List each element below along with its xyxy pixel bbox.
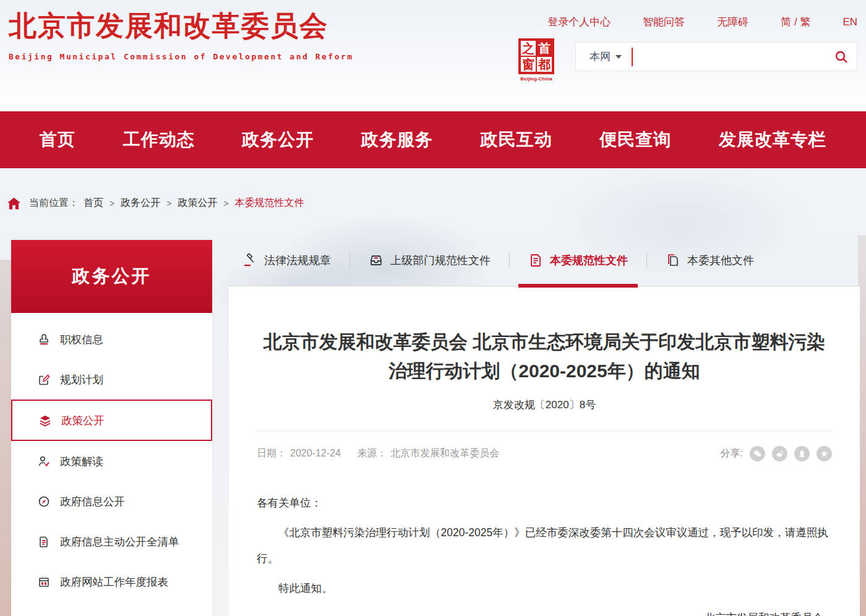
main-nav: 首页 工作动态 政务公开 政务服务 政民互动 便民查询 发展改革专栏: [0, 111, 866, 168]
search-scope-dropdown[interactable]: 本网: [576, 49, 632, 64]
document-icon: [528, 253, 543, 268]
calendar-report-icon: [37, 575, 51, 589]
breadcrumb-gov-affairs[interactable]: 政务公开: [121, 197, 160, 210]
star-icon: [820, 450, 828, 458]
share-bar: 分享:: [721, 446, 832, 461]
breadcrumb-separator: >: [166, 199, 171, 208]
smart-qa-link[interactable]: 智能问答: [643, 15, 685, 29]
source-value: 北京市发展和改革委员会: [390, 448, 499, 458]
nav-item-gov-services[interactable]: 政务服务: [361, 128, 433, 152]
share-weibo-button[interactable]: [772, 446, 787, 461]
tab-superior-normative-docs[interactable]: 上级部门规范性文件: [350, 246, 509, 275]
accessibility-link[interactable]: 无障碍: [717, 15, 748, 29]
site-logo: 北京市发展和改革委员会 Beijing Municipal Commission…: [9, 7, 354, 61]
sidebar-list: 职权信息 规划计划 政策公开: [11, 313, 212, 616]
sidebar-item-policy-disclosure[interactable]: 政策公开: [11, 400, 212, 441]
main-content: 法律法规规章 上级部门规范性文件 本委规范性文件: [229, 235, 860, 616]
sidebar-item-label: 规划计划: [60, 372, 103, 387]
article-card: 北京市发展和改革委员会 北京市生态环境局关于印发北京市塑料污染治理行动计划（20…: [229, 286, 860, 616]
breadcrumb-home[interactable]: 首页: [84, 197, 103, 210]
sidebar-item-annual-website-report[interactable]: 政府网站工作年度报表: [11, 562, 212, 602]
stamp-icon: [37, 333, 51, 346]
salutation: 各有关单位：: [257, 490, 832, 516]
seal-caption: Beijing-China: [517, 76, 555, 82]
tab-commission-other-docs[interactable]: 本委其他文件: [647, 246, 773, 275]
tab-commission-normative-docs[interactable]: 本委规范性文件: [510, 246, 646, 275]
paragraph: 《北京市塑料污染治理行动计划（2020-2025年）》已经市委深改委第十四次会议…: [257, 520, 832, 571]
article-meta: 日期：2020-12-24 来源：北京市发展和改革委员会 分享:: [257, 446, 832, 461]
article-title: 北京市发展和改革委员会 北京市生态环境局关于印发北京市塑料污染治理行动计划（20…: [257, 327, 832, 385]
layers-icon: [38, 414, 52, 427]
compass-icon: [37, 495, 51, 508]
document-number: 京发改规〔2020〕8号: [257, 398, 832, 412]
seal-grid: 之 首 窗 都: [518, 38, 554, 74]
search-icon: [834, 49, 849, 64]
sidebar-item-plans[interactable]: 规划计划: [11, 359, 212, 400]
weibo-icon: [776, 450, 784, 458]
breadcrumb-current: 本委规范性文件: [235, 197, 304, 210]
tab-label: 本委其他文件: [687, 253, 754, 268]
breadcrumb-label: 当前位置：: [29, 197, 79, 210]
divider: [257, 430, 832, 431]
top-utility-links: 登录个人中心 智能问答 无障碍 简 / 繁 EN: [515, 15, 857, 29]
nav-item-convenient-query[interactable]: 便民查询: [599, 128, 671, 152]
inbox-icon: [369, 253, 384, 268]
tab-label: 法律法规规章: [264, 253, 331, 268]
share-wechat-button[interactable]: [750, 446, 765, 461]
sidebar-title: 政务公开: [11, 240, 212, 313]
share-qzone-button[interactable]: [817, 446, 832, 461]
date-label: 日期：: [257, 448, 286, 458]
search-button[interactable]: [826, 43, 857, 71]
sidebar-item-gov-info-disclosure[interactable]: 政府信息公开: [11, 481, 212, 521]
signature: 北京市发展和改革委员会: [257, 605, 832, 616]
sidebar-item-label: 政策解读: [60, 454, 103, 469]
seal-char: 首: [536, 40, 552, 56]
seal-char: 都: [536, 56, 552, 72]
article-body: 各有关单位： 《北京市塑料污染治理行动计划（2020-2025年）》已经市委深改…: [257, 490, 832, 616]
sidebar-item-decision-catalog[interactable]: 决策目录: [11, 602, 212, 616]
tab-laws-regulations[interactable]: 法律法规规章: [240, 246, 349, 275]
nav-item-public-interaction[interactable]: 政民互动: [481, 128, 552, 152]
login-link[interactable]: 登录个人中心: [547, 15, 611, 29]
breadcrumb: 当前位置： 首页 > 政务公开 > 政策公开 > 本委规范性文件: [7, 197, 304, 210]
qq-icon: [798, 450, 806, 458]
files-icon: [666, 253, 680, 268]
sidebar-item-label: 职权信息: [60, 332, 103, 347]
date-source: 日期：2020-12-24 来源：北京市发展和改革委员会: [257, 447, 513, 460]
chevron-down-icon: [615, 55, 622, 59]
capital-window-seal-logo[interactable]: 之 首 窗 都 Beijing-China: [517, 38, 555, 82]
search-scope-label: 本网: [589, 49, 611, 64]
simplified-traditional-link[interactable]: 简 / 繁: [781, 15, 810, 29]
gavel-icon: [242, 253, 257, 268]
site-subtitle: Beijing Municipal Commission of Developm…: [9, 52, 354, 61]
person-check-icon: [37, 455, 51, 468]
nav-item-work-updates[interactable]: 工作动态: [123, 128, 195, 152]
nav-item-gov-affairs[interactable]: 政务公开: [242, 128, 314, 152]
seal-char: 窗: [520, 56, 536, 72]
category-tabs: 法律法规规章 上级部门规范性文件 本委规范性文件: [229, 235, 860, 286]
sidebar-item-label: 政府信息公开: [60, 494, 125, 509]
sidebar-item-policy-interpretation[interactable]: 政策解读: [11, 441, 212, 481]
english-link[interactable]: EN: [842, 16, 857, 28]
breadcrumb-separator: >: [223, 199, 228, 208]
share-qq-button[interactable]: [794, 446, 810, 461]
sidebar-item-proactive-disclosure-list[interactable]: 政府信息主动公开全清单: [11, 521, 212, 562]
sidebar-item-label: 政策公开: [61, 413, 105, 428]
document-list-icon: [37, 535, 51, 549]
wechat-icon: [753, 450, 761, 458]
site-title: 北京市发展和改革委员会: [9, 7, 354, 45]
breadcrumb-separator: >: [109, 199, 114, 208]
breadcrumb-policy-disclosure[interactable]: 政策公开: [178, 197, 217, 210]
tab-label: 本委规范性文件: [550, 253, 628, 268]
sidebar-item-authority-info[interactable]: 职权信息: [11, 319, 212, 359]
seal-char: 之: [520, 40, 536, 56]
nav-item-reform-column[interactable]: 发展改革专栏: [719, 128, 826, 152]
search-input[interactable]: [633, 43, 826, 71]
sidebar: 政务公开 职权信息 规划计划: [11, 240, 212, 616]
source-label: 来源：: [357, 448, 387, 458]
nav-item-home[interactable]: 首页: [40, 128, 75, 152]
plan-edit-icon: [37, 373, 51, 387]
sidebar-item-label: 政府信息主动公开全清单: [60, 534, 179, 549]
search-bar: 本网: [575, 42, 857, 71]
date-value: 2020-12-24: [290, 448, 341, 458]
